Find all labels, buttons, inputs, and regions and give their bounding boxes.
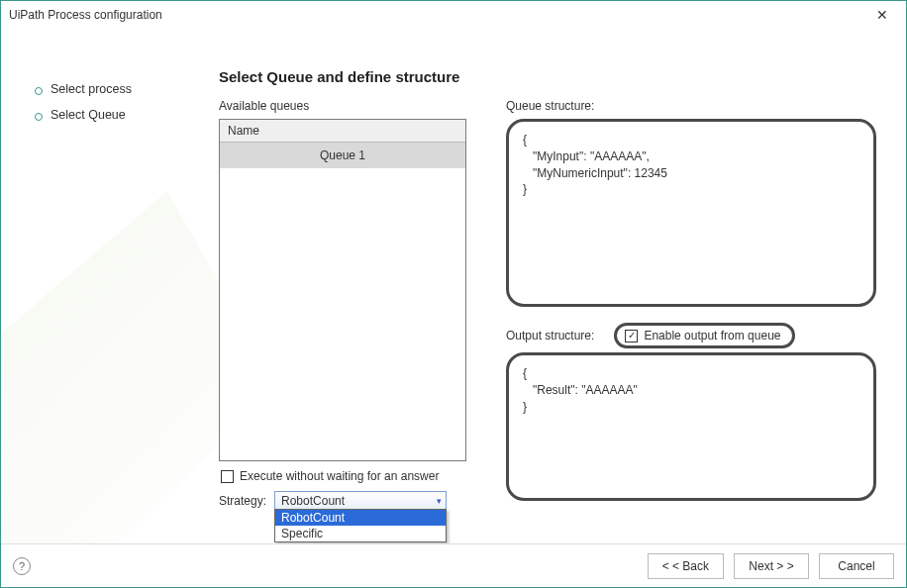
list-column-name[interactable]: Name <box>220 120 465 143</box>
sidebar-step-select-queue[interactable]: Select Queue <box>39 104 205 130</box>
queue-structure-text: { "MyInput": "AAAAAA", "MyNumericInput":… <box>519 130 863 200</box>
footer: ? < < Back Next > > Cancel <box>1 543 906 587</box>
strategy-option-specific[interactable]: Specific <box>275 526 446 541</box>
strategy-label: Strategy: <box>219 491 266 508</box>
wizard-sidebar: Select process Select Queue <box>1 29 219 543</box>
strategy-selected-value: RobotCount <box>281 494 345 508</box>
titlebar: UiPath Process configuration ✕ <box>1 1 906 29</box>
close-icon[interactable]: ✕ <box>866 1 898 29</box>
queues-listbox[interactable]: Name Queue 1 <box>219 119 466 461</box>
queue-structure-label: Queue structure: <box>506 99 876 113</box>
enable-output-label: Enable output from queue <box>644 329 780 343</box>
available-queues-label: Available queues <box>219 99 466 113</box>
queue-row[interactable]: Queue 1 <box>220 143 465 168</box>
window-title: UiPath Process configuration <box>9 8 866 22</box>
execute-without-waiting-checkbox[interactable] <box>221 470 234 483</box>
strategy-option-robotcount[interactable]: RobotCount <box>275 510 446 526</box>
execute-without-waiting-label: Execute without waiting for an answer <box>240 469 439 483</box>
chevron-down-icon: ▾ <box>437 496 442 506</box>
enable-output-pill: Enable output from queue <box>614 323 795 348</box>
queue-structure-box[interactable]: { "MyInput": "AAAAAA", "MyNumericInput":… <box>506 119 876 307</box>
next-button[interactable]: Next > > <box>734 553 809 579</box>
cancel-button[interactable]: Cancel <box>819 553 894 579</box>
page-heading: Select Queue and define structure <box>219 68 876 85</box>
output-structure-box[interactable]: { "Result": "AAAAAA" } <box>506 352 876 501</box>
output-structure-label: Output structure: <box>506 329 594 343</box>
help-icon[interactable]: ? <box>13 557 31 575</box>
sidebar-step-select-process[interactable]: Select process <box>39 78 205 104</box>
enable-output-checkbox[interactable] <box>625 330 638 343</box>
output-structure-text: { "Result": "AAAAAA" } <box>519 363 863 417</box>
strategy-dropdown[interactable]: RobotCount Specific <box>274 509 447 542</box>
back-button[interactable]: < < Back <box>648 553 724 579</box>
strategy-select[interactable]: RobotCount ▾ <box>274 491 447 510</box>
